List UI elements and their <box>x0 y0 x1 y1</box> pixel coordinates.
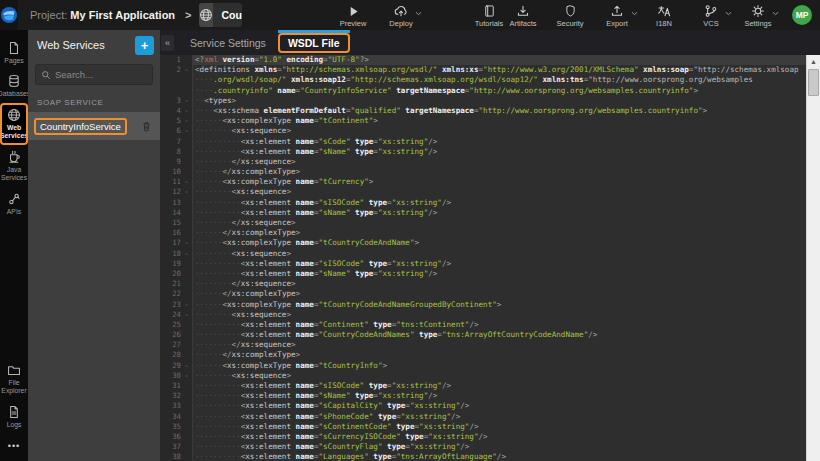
fold-marker-icon[interactable]: - <box>181 177 192 187</box>
line-number: 31 <box>160 381 181 391</box>
topbar-action-security[interactable]: Security <box>553 3 587 28</box>
topbar-action-settings[interactable]: Settings <box>741 3 775 28</box>
line-number: 3 <box>160 96 181 106</box>
fold-marker-icon[interactable]: - <box>181 238 192 248</box>
fold-marker-icon[interactable]: - <box>181 116 192 126</box>
line-number: 35 <box>160 422 181 432</box>
line-number: 12 <box>160 187 181 197</box>
topbar-action-vcs[interactable]: VCS <box>694 3 728 28</box>
fold-marker-icon[interactable]: - <box>181 96 192 106</box>
code-text: ··········<xs:element name="sCountryFlag… <box>192 442 469 452</box>
code-text: ··········<xs:element name="sContinentCo… <box>192 422 479 432</box>
code-line: 17-······<xs:complexType name="tCountryC… <box>160 238 806 248</box>
topbar-action-i18n[interactable]: I18N <box>647 3 681 28</box>
sidebar-item-file-explorer[interactable]: File Explorer <box>0 358 28 400</box>
gutter-spacer <box>181 147 192 157</box>
code-text: <definitions xmlns="http://schemas.xmlso… <box>192 65 799 75</box>
collapse-panel-button[interactable]: « <box>161 35 174 51</box>
scrollbar-thumb[interactable] <box>808 69 819 96</box>
topbar-action-artifacts[interactable]: Artifacts <box>506 3 540 28</box>
code-line: 12-········<xs:sequence> <box>160 187 806 197</box>
sidebar-more-button[interactable]: ••• <box>0 433 28 461</box>
search-input[interactable] <box>55 69 145 80</box>
add-service-button[interactable]: + <box>135 36 154 55</box>
folder-icon <box>7 363 21 377</box>
fold-marker-icon[interactable]: - <box>181 106 192 116</box>
api-icon <box>7 192 21 206</box>
line-number <box>160 75 181 85</box>
topbar-action-export[interactable]: Export <box>600 3 634 28</box>
sidebar-item-pages[interactable]: Pages <box>0 36 28 69</box>
code-line: 27········</xs:sequence> <box>160 340 806 350</box>
delete-service-icon[interactable] <box>140 120 153 133</box>
service-list-item[interactable]: CountryInfoService <box>28 112 160 140</box>
topbar-action-label: Export <box>606 19 628 28</box>
code-text: ··········<xs:element name="sCode" type=… <box>192 137 437 147</box>
editor-tabbar: « Service SettingsWSDL File <box>160 30 820 55</box>
code-text: ··········<xs:element name="sName" type=… <box>192 391 437 401</box>
service-tab-label: CountryInfoService <box>213 9 242 21</box>
sidebar-item-logs[interactable]: Logs <box>0 400 28 433</box>
gutter-spacer <box>181 442 192 452</box>
code-line: 33··········<xs:element name="sCapitalCi… <box>160 401 806 411</box>
sidebar-item-label: APIs <box>7 208 21 216</box>
code-text: ······<xs:complexType name="tCountryCode… <box>192 238 419 248</box>
fold-marker-icon[interactable]: - <box>181 310 192 320</box>
sidebar-item-java-services[interactable]: Java Services <box>0 145 28 187</box>
line-number: 7 <box>160 137 181 147</box>
gutter-spacer <box>181 422 192 432</box>
fold-marker-icon[interactable]: - <box>181 126 192 136</box>
sidebar-item-apis[interactable]: APIs <box>0 187 28 220</box>
tab-service-settings[interactable]: Service Settings <box>180 34 276 52</box>
gutter-spacer <box>181 55 192 65</box>
gutter-spacer <box>181 279 192 289</box>
code-line: 28······</xs:complexType> <box>160 350 806 360</box>
gutter-spacer <box>181 198 192 208</box>
globe-icon <box>199 3 213 27</box>
breadcrumb-chevron-icon: > <box>185 9 191 21</box>
fold-marker-icon[interactable]: - <box>181 361 192 371</box>
code-line: 5-······<xs:complexType name="tContinent… <box>160 116 806 126</box>
caret-down-icon <box>631 11 638 16</box>
line-number: 19 <box>160 259 181 269</box>
wavemaker-logo-icon[interactable] <box>0 0 18 30</box>
line-number: 26 <box>160 330 181 340</box>
panel-header: Web Services + <box>28 30 160 60</box>
search-box[interactable] <box>35 64 153 85</box>
line-number: 32 <box>160 391 181 401</box>
code-text: ····.countryinfo" name="CountryInfoServi… <box>192 86 698 96</box>
code-text: ··········<xs:element name="sName" type=… <box>192 208 437 218</box>
code-text: ··········<xs:element name="sName" type=… <box>192 269 437 279</box>
code-text: ····.org/wsdl/soap/" xmlns:soap12="http:… <box>192 75 753 85</box>
code-text: ··········<xs:element name="sISOCode" ty… <box>192 259 451 269</box>
gutter-spacer <box>181 289 192 299</box>
editor-scrollbar[interactable]: ▲ <box>806 55 820 461</box>
sidebar-item-label: Web Services <box>0 124 28 141</box>
fold-marker-icon[interactable]: - <box>181 65 192 75</box>
coffee-icon <box>7 150 21 164</box>
download-tray-icon <box>516 4 530 18</box>
code-line: 32··········<xs:element name="sName" typ… <box>160 391 806 401</box>
topbar-action-deploy[interactable]: Deploy <box>384 3 418 28</box>
topbar-action-tutorials[interactable]: Tutorials <box>472 3 506 28</box>
open-service-tab[interactable]: CountryInfoService <box>199 3 242 27</box>
line-number: 13 <box>160 198 181 208</box>
tab-wsdl-file[interactable]: WSDL File <box>278 33 350 53</box>
fold-marker-icon[interactable]: - <box>181 187 192 197</box>
user-avatar[interactable]: MP <box>792 5 812 25</box>
topbar-action-label: Tutorials <box>475 19 503 28</box>
code-line: 25··········<xs:element name="Continent"… <box>160 320 806 330</box>
sidebar-item-databases[interactable]: Databases <box>0 69 28 102</box>
fold-marker-icon[interactable]: - <box>181 300 192 310</box>
sidebar-item-web-services[interactable]: Web Services <box>0 103 28 145</box>
scroll-up-arrow-icon[interactable]: ▲ <box>807 55 820 68</box>
code-text: ······</xs:complexType> <box>192 350 300 360</box>
fold-marker-icon[interactable]: - <box>181 249 192 259</box>
code-text: ········<xs:sequence> <box>192 371 291 381</box>
fold-marker-icon[interactable]: - <box>181 371 192 381</box>
service-name-highlighted[interactable]: CountryInfoService <box>34 118 127 135</box>
code-area[interactable]: 1<?xml version="1.0" encoding="UTF-8"?>2… <box>160 55 806 461</box>
code-text: ······</xs:complexType> <box>192 289 300 299</box>
topbar-action-preview[interactable]: Preview <box>336 3 370 28</box>
line-number: 36 <box>160 432 181 442</box>
